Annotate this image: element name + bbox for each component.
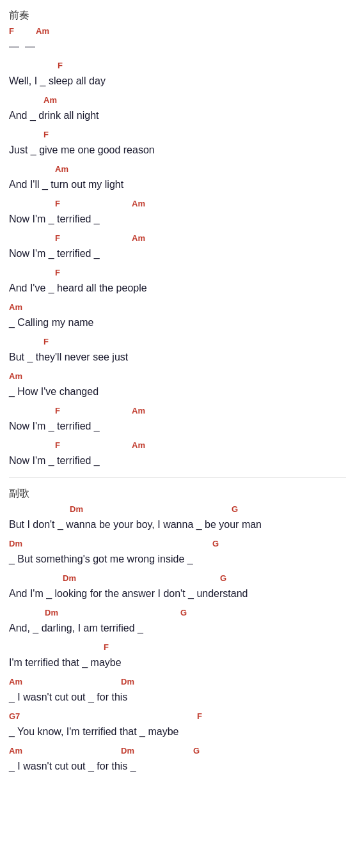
chords-1: F [9, 61, 346, 74]
chords-6: F Am [9, 233, 346, 246]
lyric-12: Now I'm _ terrified _ [9, 453, 346, 469]
chorus-line-1: Dm G But I don't _ wanna be your boy, I … [9, 504, 346, 532]
chord-Am: Am [9, 746, 22, 756]
chord-Am: Am [55, 164, 68, 174]
section-header-intro: 前奏 [9, 9, 346, 22]
chord-Am: Am [132, 440, 145, 450]
chord-Am: Am [36, 26, 49, 36]
line-2: Am And _ drink all night [9, 95, 346, 123]
chorus-chords-5: F [9, 642, 346, 655]
verse-section: F Well, I _ sleep all day Am And _ drink… [9, 61, 346, 469]
chord-Am: Am [132, 406, 145, 415]
chorus-line-8: Am Dm G _ I wasn't cut out _ for this _ [9, 746, 346, 774]
lyric-6: Now I'm _ terrified _ [9, 246, 346, 261]
line-6: F Am Now I'm _ terrified _ [9, 233, 346, 261]
chord-Dm: Dm [121, 746, 134, 756]
line-9: F But _ they'll never see just [9, 337, 346, 365]
lyric-9: But _ they'll never see just [9, 350, 346, 365]
chord-Dm: Dm [9, 539, 22, 548]
chord-F: F [104, 642, 109, 652]
chorus-lyric-7: _ You know, I'm terrified that _ maybe [9, 724, 346, 740]
chord-F: F [55, 406, 60, 415]
lyric-7: And I've _ heard all the people [9, 281, 346, 296]
chorus-line-5: F I'm terrified that _ maybe [9, 642, 346, 670]
chord-F: F [197, 711, 202, 721]
section-header-chorus: 副歌 [9, 487, 346, 500]
chords-8: Am [9, 302, 346, 315]
chords-2: Am [9, 95, 346, 108]
page-content: 前奏 F Am — — F Well, I _ sleep all day Am… [9, 9, 346, 774]
chords-7: F [9, 268, 346, 281]
lyric-3: Just _ give me one good reason [9, 143, 346, 158]
chord-Dm: Dm [121, 677, 134, 686]
chord-F: F [43, 337, 49, 346]
lyric-1: Well, I _ sleep all day [9, 74, 346, 89]
chorus-chords-4: Dm G [9, 608, 346, 621]
chord-F: F [43, 130, 49, 139]
chorus-chords-8: Am Dm G [9, 746, 346, 759]
chorus-line-2: Dm G _ But something's got me wrong insi… [9, 539, 346, 567]
chords-3: F [9, 130, 346, 143]
chord-F: F [9, 26, 14, 36]
chorus-chords-3: Dm G [9, 573, 346, 586]
chord-Am: Am [43, 95, 57, 105]
lyric-11: Now I'm _ terrified _ [9, 419, 346, 434]
chorus-chords-2: Dm G [9, 539, 346, 552]
lyric-10: _ How I've changed [9, 384, 346, 399]
chorus-line-6: Am Dm _ I wasn't cut out _ for this [9, 677, 346, 705]
chord-Dm: Dm [70, 504, 83, 514]
chorus-lyric-6: _ I wasn't cut out _ for this [9, 690, 346, 705]
line-10: Am _ How I've changed [9, 371, 346, 399]
chords-4: Am [9, 164, 346, 177]
chord-F: F [55, 233, 60, 243]
chorus-chords-6: Am Dm [9, 677, 346, 690]
line-7: F And I've _ heard all the people [9, 268, 346, 296]
section-chorus: 副歌 Dm G But I don't _ wanna be your boy,… [9, 487, 346, 774]
lyric-8: _ Calling my name [9, 315, 346, 330]
section-intro: 前奏 F Am — — [9, 9, 346, 54]
chords-11: F Am [9, 406, 346, 419]
chord-Am: Am [132, 233, 145, 243]
chord-F: F [55, 440, 60, 450]
chord-G: G [180, 608, 187, 617]
chord-G: G [212, 539, 219, 548]
chord-Dm: Dm [63, 573, 76, 583]
chorus-lyric-8: _ I wasn't cut out _ for this _ [9, 759, 346, 774]
chorus-lyric-3: And I'm _ looking for the answer I don't… [9, 586, 346, 601]
chord-F: F [58, 61, 63, 70]
intro-dashes: — — [9, 39, 346, 54]
lyric-5: Now I'm _ terrified _ [9, 212, 346, 227]
line-1: F Well, I _ sleep all day [9, 61, 346, 89]
section-divider [9, 477, 346, 478]
chorus-line-7: G7 F _ You know, I'm terrified that _ ma… [9, 711, 346, 740]
chorus-lyric-2: _ But something's got me wrong inside _ [9, 552, 346, 567]
chord-G: G [232, 504, 238, 514]
chord-Dm: Dm [45, 608, 58, 617]
chord-G7: G7 [9, 711, 20, 721]
chord-Am: Am [132, 199, 145, 208]
line-11: F Am Now I'm _ terrified _ [9, 406, 346, 434]
chord-Am: Am [9, 677, 22, 686]
chord-F: F [55, 199, 60, 208]
chord-F: F [55, 268, 60, 277]
intro-chord-line: F Am — — [9, 26, 346, 54]
chord-G: G [193, 746, 200, 756]
chorus-line-4: Dm G And, _ darling, I am terrified _ [9, 608, 346, 636]
line-4: Am And I'll _ turn out my light [9, 164, 346, 192]
intro-chords: F Am [9, 26, 346, 39]
line-5: F Am Now I'm _ terrified _ [9, 199, 346, 227]
lyric-2: And _ drink all night [9, 108, 346, 123]
chord-Am: Am [9, 302, 22, 312]
chord-G: G [220, 573, 226, 583]
lyric-4: And I'll _ turn out my light [9, 177, 346, 192]
chords-9: F [9, 337, 346, 350]
chorus-lyric-1: But I don't _ wanna be your boy, I wanna… [9, 517, 346, 532]
chorus-line-3: Dm G And I'm _ looking for the answer I … [9, 573, 346, 601]
line-3: F Just _ give me one good reason [9, 130, 346, 158]
chorus-lyric-5: I'm terrified that _ maybe [9, 655, 346, 670]
chords-10: Am [9, 371, 346, 384]
chords-12: F Am [9, 440, 346, 453]
chorus-chords-1: Dm G [9, 504, 346, 517]
chord-Am: Am [9, 371, 22, 381]
chorus-chords-7: G7 F [9, 711, 346, 724]
